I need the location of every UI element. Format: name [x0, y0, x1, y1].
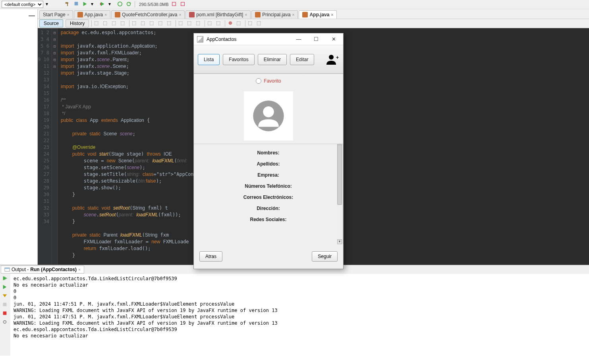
- window-maximize-button[interactable]: ☐: [307, 34, 325, 45]
- config-select[interactable]: <default config>: [2, 1, 43, 8]
- svg-marker-20: [4, 276, 8, 281]
- clean-icon[interactable]: [73, 1, 80, 8]
- contact-field-label: Redes Sociales:: [194, 214, 343, 225]
- seguir-button[interactable]: Seguir: [312, 251, 338, 262]
- svg-marker-22: [3, 295, 7, 297]
- shift-right-icon[interactable]: ⬚: [187, 20, 193, 27]
- settings-icon[interactable]: [2, 319, 8, 325]
- close-icon[interactable]: ×: [245, 13, 247, 17]
- hammer-icon[interactable]: [65, 1, 71, 8]
- uncomment-icon[interactable]: ⬚: [216, 20, 222, 27]
- output-tab[interactable]: Output - Run (AppContactos) ×: [1, 266, 84, 273]
- favoritos-button[interactable]: Favoritos: [223, 54, 254, 65]
- run-icon[interactable]: [82, 1, 89, 8]
- contact-field-label: Correos Electrónicos:: [194, 192, 343, 203]
- tab-principal[interactable]: Principal.java×: [251, 10, 298, 19]
- svg-point-16: [229, 21, 232, 25]
- debug-dropdown-icon[interactable]: ▾: [108, 1, 115, 8]
- tab-pom[interactable]: pom.xml [BirthdayGift]×: [185, 10, 251, 19]
- shift-left-icon[interactable]: ⬚: [178, 20, 185, 27]
- gc-icon-2[interactable]: [180, 1, 186, 8]
- close-icon[interactable]: ×: [67, 13, 70, 17]
- run-dropdown-icon[interactable]: ▾: [91, 1, 97, 8]
- stop-build-icon[interactable]: [2, 310, 8, 317]
- profile-icon[interactable]: [117, 1, 124, 8]
- contact-field-label: Apellidos:: [194, 158, 343, 169]
- close-icon[interactable]: ×: [292, 13, 295, 17]
- output-text[interactable]: ec.edu.espol.appcontactos.Tda.LinkedList…: [10, 274, 589, 356]
- scroll-down-icon[interactable]: ▼: [337, 239, 342, 244]
- window-title: AppContactos: [207, 37, 290, 42]
- contact-fields-scroll[interactable]: Nombres:Apellidos:Empresa:Números Telefó…: [194, 144, 343, 244]
- tab-label: pom.xml [BirthdayGift]: [196, 12, 243, 17]
- nav-fwd-icon[interactable]: ⬚: [103, 20, 109, 27]
- find-prev-icon[interactable]: ⬚: [141, 20, 147, 27]
- rerun-icon[interactable]: [2, 275, 8, 282]
- close-icon[interactable]: ×: [179, 13, 182, 17]
- find-icon[interactable]: ⬚: [132, 20, 138, 27]
- avatar-box: [194, 88, 343, 144]
- toolbar-icon[interactable]: ⬚: [257, 20, 263, 27]
- svg-rect-11: [77, 12, 83, 17]
- memory-indicator: 290.5/538.0MB: [139, 2, 169, 7]
- output-panel: Output - Run (AppContactos) × ec.edu.esp…: [0, 265, 589, 356]
- tab-label: App.java: [309, 12, 329, 17]
- scrollbar[interactable]: ▲ ▼: [336, 144, 343, 244]
- toolbar-icon[interactable]: ⬚: [248, 20, 254, 27]
- stop-icon[interactable]: [2, 302, 8, 308]
- toolbar-icon[interactable]: ⬚: [236, 20, 243, 27]
- svg-point-29: [263, 106, 274, 117]
- minimize-icon[interactable]: [29, 12, 35, 16]
- contact-field-label: Empresa:: [194, 169, 343, 181]
- toolbar-icon[interactable]: ⬚: [196, 20, 202, 27]
- toolbar-icon[interactable]: ▾: [46, 1, 52, 8]
- tab-label: Principal.java: [262, 12, 290, 17]
- tab-app-java-1[interactable]: App.java×: [74, 10, 111, 19]
- add-contact-button[interactable]: +: [326, 54, 339, 65]
- contact-field-label: Números Telefónico:: [194, 181, 343, 192]
- tab-app-java-2[interactable]: App.java×: [299, 10, 337, 19]
- scrollbar-thumb[interactable]: [337, 145, 342, 205]
- close-icon[interactable]: ×: [78, 268, 81, 272]
- find-next-icon[interactable]: ⬚: [149, 20, 156, 27]
- toolbar-icon[interactable]: ⬚: [167, 20, 173, 27]
- favorite-radio[interactable]: [256, 78, 261, 84]
- java-icon: [77, 12, 83, 17]
- record-macro-icon[interactable]: [228, 20, 234, 27]
- reload-icon[interactable]: [126, 1, 132, 8]
- svg-point-6: [118, 2, 122, 6]
- source-view-button[interactable]: Source: [39, 19, 63, 27]
- next-error-icon[interactable]: [2, 293, 8, 299]
- close-icon[interactable]: ×: [331, 13, 333, 17]
- nav-back-icon[interactable]: ⬚: [94, 20, 100, 27]
- debug-icon[interactable]: [100, 1, 106, 8]
- run-icon[interactable]: [2, 284, 8, 291]
- svg-rect-5: [100, 3, 101, 5]
- lista-button[interactable]: Lista: [198, 54, 220, 65]
- svg-point-26: [329, 55, 334, 60]
- editar-button[interactable]: Editar: [290, 54, 314, 65]
- java-icon: [255, 12, 261, 17]
- window-title-bar[interactable]: AppContactos — ☐ ✕: [194, 33, 343, 45]
- app-window: AppContactos — ☐ ✕ Lista Favoritos Elimi…: [193, 33, 344, 269]
- close-icon[interactable]: ×: [104, 13, 107, 17]
- svg-marker-4: [101, 2, 104, 6]
- comment-icon[interactable]: ⬚: [207, 20, 214, 27]
- window-minimize-button[interactable]: —: [290, 34, 307, 45]
- tab-quotefetch[interactable]: QuoteFetchController.java×: [111, 10, 185, 19]
- eliminar-button[interactable]: Eliminar: [258, 54, 287, 65]
- svg-rect-24: [3, 312, 7, 315]
- app-footer: Atras Seguir: [194, 244, 343, 269]
- history-view-button[interactable]: History: [66, 19, 89, 27]
- svg-marker-3: [83, 2, 87, 6]
- file-tab-bar: Start Page× App.java× QuoteFetchControll…: [38, 9, 589, 19]
- toolbar-icon[interactable]: ⬚: [158, 20, 164, 27]
- fold-column[interactable]: ⊟ ⊟ ⊟ ⊟ ⊟ ⊟: [52, 28, 58, 265]
- tab-start-page[interactable]: Start Page×: [39, 10, 73, 19]
- gc-icon[interactable]: [171, 1, 178, 8]
- svg-rect-15: [302, 12, 308, 17]
- toolbar-icon[interactable]: ⬚: [120, 20, 127, 27]
- window-close-button[interactable]: ✕: [325, 34, 342, 45]
- atras-button[interactable]: Atras: [199, 251, 222, 262]
- toolbar-icon[interactable]: ⬚: [112, 20, 118, 27]
